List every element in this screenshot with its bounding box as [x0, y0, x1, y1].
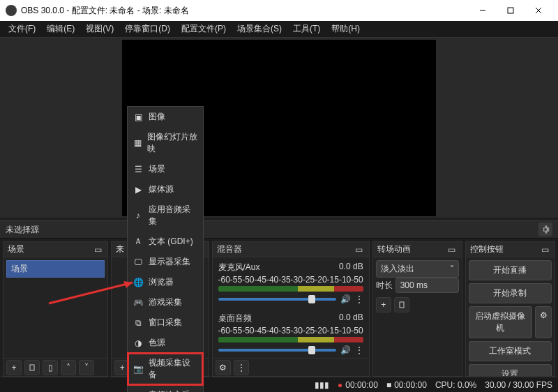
monitor-icon: 🖵 [133, 257, 143, 267]
menu-item-label: 场景 [149, 163, 165, 175]
maximize-button[interactable] [497, 0, 525, 21]
channel-db: 0.0 dB [339, 312, 363, 324]
rec-time: 00:00:00 [345, 380, 378, 390]
volume-slider[interactable] [218, 298, 336, 301]
source-menu-item[interactable]: Ａ文本 (GDI+) [128, 232, 203, 252]
scene-item[interactable]: 场景 [6, 260, 105, 278]
scene-filter-button[interactable]: ▯ [43, 360, 58, 375]
studio-mode-button[interactable]: 工作室模式 [469, 341, 552, 361]
image-icon: ▣ [133, 112, 143, 122]
duration-label: 时长 [376, 280, 393, 292]
source-menu-item[interactable]: 🖵显示器采集 [128, 252, 203, 272]
channel-name: 麦克风/Aux [218, 262, 260, 273]
mixer-panel: 混音器▭ 麦克风/Aux0.0 dB -60-55-50-45-40-35-30… [212, 241, 370, 377]
scenes-title: 场景 [8, 243, 92, 255]
list-icon: ☰ [133, 165, 143, 174]
dock-icon[interactable]: ▭ [446, 244, 458, 255]
source-menu-item[interactable]: ⧉窗口采集 [128, 312, 203, 333]
dock-icon[interactable]: ▭ [354, 244, 365, 255]
source-menu-item[interactable]: ▶媒体源 [128, 179, 203, 199]
menu-item[interactable]: 视图(V) [80, 23, 119, 35]
live-time: 00:00:00 [394, 380, 427, 390]
globe-icon: 🌐 [133, 278, 143, 287]
preview-settings-button[interactable] [538, 223, 552, 236]
source-menu-item[interactable]: 📷视频采集设备 [128, 353, 203, 385]
source-menu-item[interactable]: ♪应用音频采集 [128, 199, 203, 232]
close-button[interactable] [525, 0, 552, 21]
audio-icon: ♪ [133, 211, 143, 220]
cpu-usage: CPU: 0.0% [435, 380, 476, 390]
app-icon [6, 5, 17, 16]
start-streaming-button[interactable]: 开始直播 [469, 260, 552, 280]
dock-icon[interactable]: ▭ [92, 244, 103, 255]
transition-select[interactable]: 淡入淡出˅ [376, 260, 459, 278]
menu-item-label: 色源 [149, 337, 165, 349]
start-recording-button[interactable]: 开始录制 [469, 283, 552, 303]
add-scene-button[interactable]: + [6, 360, 22, 375]
add-source-menu: ▣图像▦图像幻灯片放映☰场景▶媒体源♪应用音频采集Ａ文本 (GDI+)🖵显示器采… [127, 106, 204, 392]
menubar: 文件(F)编辑(E)视图(V)停靠窗口(D)配置文件(P)场景集合(S)工具(T… [0, 21, 558, 38]
mixer-channel: 桌面音频0.0 dB -60-55-50-45-40-35-30-25-20-1… [216, 311, 366, 356]
signal-icon: ▮▮▮ [315, 380, 329, 390]
menu-item-label: 文本 (GDI+) [149, 236, 193, 248]
controls-panel: 控制按钮▭ 开始直播 开始录制 启动虚拟摄像机 ⚙ 工作室模式 设置 退出 [465, 241, 555, 377]
speaker-icon[interactable]: 🔊 [340, 294, 351, 304]
menu-item[interactable]: 场景集合(S) [232, 23, 287, 35]
color-icon: ◑ [133, 338, 143, 348]
channel-menu-button[interactable]: ⋮ [355, 345, 363, 355]
menu-item-label: 图像 [149, 111, 165, 123]
preview-area[interactable] [0, 38, 558, 218]
scene-down-button[interactable]: ˅ [79, 360, 94, 375]
source-menu-item[interactable]: 🎮游戏采集 [128, 292, 203, 312]
transitions-panel: 转场动画▭ 淡入淡出˅ 时长 300 ms + [372, 241, 462, 377]
mixer-menu-button[interactable]: ⋮ [234, 360, 249, 375]
menu-item-label: 音频输入采集 [149, 389, 197, 392]
menu-item-label: 媒体源 [149, 183, 174, 195]
menu-item-label: 显示器采集 [149, 256, 190, 268]
menu-item-label: 应用音频采集 [149, 204, 197, 227]
menu-item[interactable]: 工具(T) [287, 23, 326, 35]
rec-dot-icon: ● [338, 380, 342, 390]
source-menu-item[interactable]: 🌐浏览器 [128, 272, 203, 292]
menu-item[interactable]: 编辑(E) [41, 23, 80, 35]
mixer-settings-button[interactable]: ⚙ [216, 360, 231, 375]
volume-meter [218, 337, 363, 342]
window-icon: ⧉ [133, 318, 143, 328]
remove-scene-button[interactable] [24, 360, 40, 375]
source-menu-item[interactable]: 🎤音频输入采集 [128, 385, 203, 392]
transitions-title: 转场动画 [377, 243, 446, 255]
mixer-channel: 麦克风/Aux0.0 dB -60-55-50-45-40-35-30-25-2… [216, 260, 366, 306]
settings-button[interactable]: 设置 [469, 364, 552, 376]
controls-title: 控制按钮 [470, 243, 539, 255]
camera-icon: 📷 [133, 364, 143, 374]
source-menu-item[interactable]: ▦图像幻灯片放映 [128, 127, 203, 159]
source-menu-item[interactable]: ☰场景 [128, 159, 203, 179]
menu-item[interactable]: 文件(F) [3, 23, 41, 35]
menu-item[interactable]: 帮助(H) [326, 23, 365, 35]
chevron-down-icon: ˅ [450, 264, 454, 274]
transition-value: 淡入淡出 [381, 263, 414, 275]
virtual-camera-button[interactable]: 启动虚拟摄像机 [469, 306, 532, 338]
scene-up-button[interactable]: ˄ [61, 360, 76, 375]
duration-input[interactable]: 300 ms [395, 278, 459, 293]
gamepad-icon: 🎮 [133, 298, 143, 308]
svg-rect-1 [508, 8, 513, 13]
channel-db: 0.0 dB [339, 262, 363, 273]
menu-item[interactable]: 停靠窗口(D) [119, 23, 176, 35]
menu-item-label: 浏览器 [149, 276, 174, 288]
dock-icon[interactable]: ▭ [539, 244, 550, 255]
volume-slider[interactable] [218, 349, 336, 352]
slides-icon: ▦ [133, 138, 142, 148]
menu-item[interactable]: 配置文件(P) [176, 23, 232, 35]
channel-menu-button[interactable]: ⋮ [355, 294, 363, 304]
virtual-camera-settings-button[interactable]: ⚙ [535, 306, 552, 338]
source-menu-item[interactable]: ▣图像 [128, 107, 203, 127]
svg-rect-4 [30, 365, 34, 370]
remove-transition-button[interactable] [394, 297, 409, 312]
speaker-icon[interactable]: 🔊 [340, 345, 351, 355]
source-menu-item[interactable]: ◑色源 [128, 333, 203, 353]
text-icon: Ａ [133, 237, 143, 247]
no-source-label: 未选择源 [6, 224, 39, 236]
add-transition-button[interactable]: + [376, 297, 391, 312]
minimize-button[interactable] [469, 0, 497, 21]
